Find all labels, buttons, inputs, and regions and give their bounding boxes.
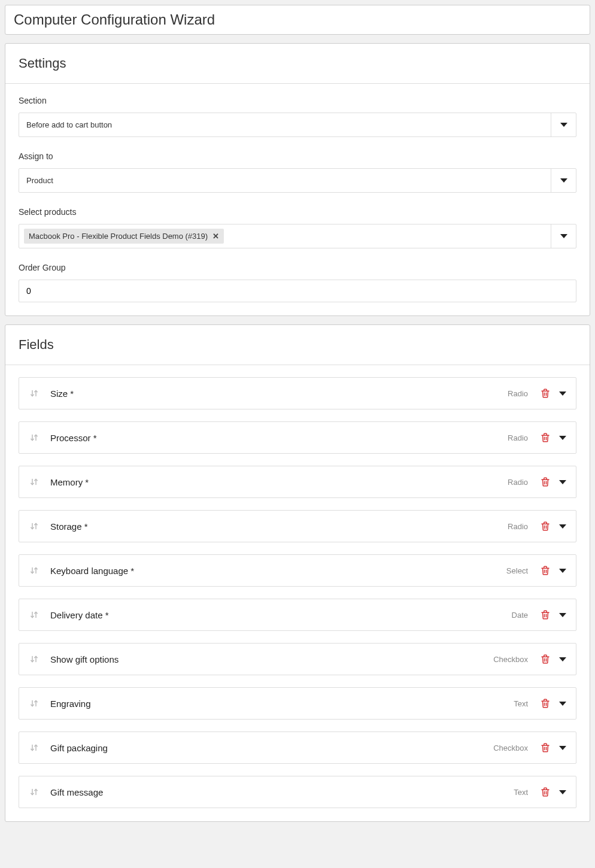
assign-to-select-toggle[interactable] <box>551 169 576 192</box>
field-type: Radio <box>508 433 528 442</box>
sort-icon[interactable] <box>29 654 40 664</box>
sort-icon[interactable] <box>29 521 40 532</box>
fields-panel: Fields Size *RadioProcessor *RadioMemory… <box>5 324 590 822</box>
sort-icon[interactable] <box>29 388 40 399</box>
fields-heading: Fields <box>19 337 576 353</box>
chevron-down-icon <box>559 569 566 573</box>
field-row[interactable]: Gift messageText <box>19 776 576 808</box>
field-row-toggle[interactable] <box>559 790 566 794</box>
assign-to-label: Assign to <box>19 151 576 161</box>
chevron-down-icon <box>559 702 566 706</box>
field-name: Engraving <box>50 699 514 709</box>
trash-icon[interactable] <box>540 698 551 709</box>
field-row-toggle[interactable] <box>559 569 566 573</box>
field-name: Memory * <box>50 477 508 487</box>
field-row[interactable]: Gift packagingCheckbox <box>19 732 576 764</box>
field-row[interactable]: Processor *Radio <box>19 421 576 454</box>
field-type: Checkbox <box>493 743 528 752</box>
field-name: Show gift options <box>50 654 493 664</box>
field-row-toggle[interactable] <box>559 613 566 617</box>
field-row[interactable]: Show gift optionsCheckbox <box>19 643 576 675</box>
sort-icon[interactable] <box>29 742 40 753</box>
field-type: Date <box>512 611 528 620</box>
sort-icon[interactable] <box>29 432 40 443</box>
field-row[interactable]: Size *Radio <box>19 377 576 409</box>
section-select-value: Before add to cart button <box>19 113 551 136</box>
chevron-down-icon <box>560 234 567 238</box>
field-type: Text <box>514 699 528 708</box>
trash-icon[interactable] <box>540 787 551 797</box>
field-name: Gift message <box>50 787 514 797</box>
settings-panel: Settings Section Before add to cart butt… <box>5 43 590 316</box>
select-products-toggle[interactable] <box>551 224 576 248</box>
chevron-down-icon <box>559 790 566 794</box>
product-tag-remove[interactable]: ✕ <box>212 232 219 241</box>
field-name: Storage * <box>50 521 508 532</box>
field-row-toggle[interactable] <box>559 436 566 440</box>
chevron-down-icon <box>559 657 566 661</box>
field-name: Size * <box>50 389 508 399</box>
fields-list: Size *RadioProcessor *RadioMemory *Radio… <box>19 377 576 808</box>
field-type: Select <box>506 566 528 575</box>
field-row-toggle[interactable] <box>559 746 566 750</box>
trash-icon[interactable] <box>540 521 551 532</box>
field-name: Gift packaging <box>50 743 493 753</box>
section-label: Section <box>19 96 576 105</box>
trash-icon[interactable] <box>540 609 551 620</box>
product-tag-label: Macbook Pro - Flexible Product Fields De… <box>29 232 208 241</box>
assign-to-select[interactable]: Product <box>19 168 576 193</box>
section-select-toggle[interactable] <box>551 113 576 136</box>
trash-icon[interactable] <box>540 654 551 664</box>
field-row-toggle[interactable] <box>559 657 566 661</box>
order-group-label: Order Group <box>19 263 576 272</box>
field-row-toggle[interactable] <box>559 702 566 706</box>
chevron-down-icon <box>559 391 566 396</box>
field-row[interactable]: EngravingText <box>19 687 576 720</box>
assign-to-select-value: Product <box>19 169 551 192</box>
sort-icon[interactable] <box>29 477 40 487</box>
section-select[interactable]: Before add to cart button <box>19 113 576 137</box>
field-type: Radio <box>508 478 528 487</box>
chevron-down-icon <box>559 524 566 529</box>
settings-heading: Settings <box>19 56 576 71</box>
order-group-input[interactable] <box>19 280 576 302</box>
trash-icon[interactable] <box>540 742 551 753</box>
field-row[interactable]: Keyboard language *Select <box>19 554 576 587</box>
trash-icon[interactable] <box>540 388 551 399</box>
field-type: Radio <box>508 389 528 398</box>
field-type: Radio <box>508 522 528 531</box>
page-title-input[interactable] <box>5 5 590 35</box>
chevron-down-icon <box>559 436 566 440</box>
field-type: Checkbox <box>493 655 528 664</box>
fields-panel-header: Fields <box>5 325 590 365</box>
trash-icon[interactable] <box>540 432 551 443</box>
field-row[interactable]: Delivery date *Date <box>19 599 576 631</box>
select-products-label: Select products <box>19 207 576 217</box>
field-row-toggle[interactable] <box>559 480 566 484</box>
field-row[interactable]: Storage *Radio <box>19 510 576 542</box>
select-products-select[interactable]: Macbook Pro - Flexible Product Fields De… <box>19 224 576 248</box>
chevron-down-icon <box>559 613 566 617</box>
field-type: Text <box>514 788 528 797</box>
product-tag: Macbook Pro - Flexible Product Fields De… <box>24 229 224 244</box>
field-name: Keyboard language * <box>50 566 506 576</box>
sort-icon[interactable] <box>29 609 40 620</box>
chevron-down-icon <box>560 123 567 127</box>
field-name: Processor * <box>50 433 508 443</box>
chevron-down-icon <box>560 178 567 183</box>
trash-icon[interactable] <box>540 565 551 576</box>
field-row-toggle[interactable] <box>559 524 566 529</box>
chevron-down-icon <box>559 746 566 750</box>
sort-icon[interactable] <box>29 698 40 709</box>
field-row[interactable]: Memory *Radio <box>19 466 576 498</box>
field-row-toggle[interactable] <box>559 391 566 396</box>
trash-icon[interactable] <box>540 477 551 487</box>
sort-icon[interactable] <box>29 787 40 797</box>
settings-panel-header: Settings <box>5 44 590 84</box>
sort-icon[interactable] <box>29 565 40 576</box>
chevron-down-icon <box>559 480 566 484</box>
field-name: Delivery date * <box>50 610 512 620</box>
